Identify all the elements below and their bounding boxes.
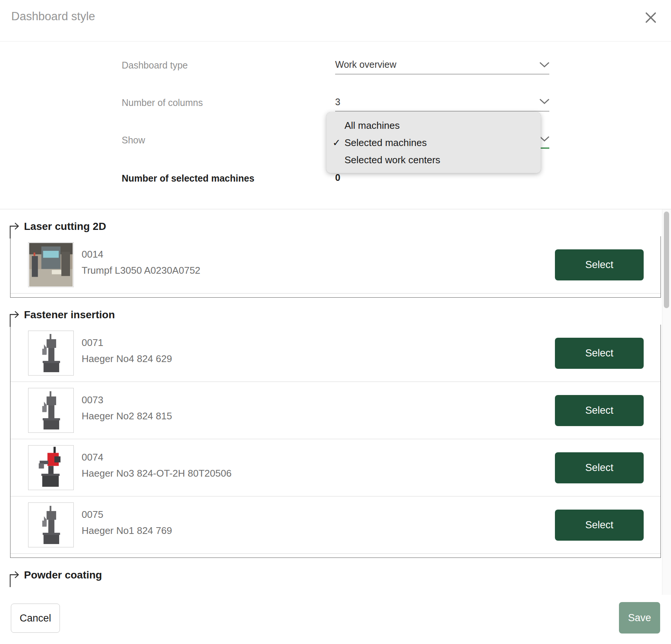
section-header: Fastener insertion bbox=[10, 308, 661, 325]
section-header: Laser cutting 2D bbox=[10, 220, 661, 236]
select-machine-button[interactable]: Select bbox=[555, 510, 644, 541]
section-box: 0071Haeger No4 824 629Select0073Haeger N… bbox=[10, 325, 661, 558]
checkmark-icon: ✓ bbox=[333, 134, 341, 151]
dashboard-type-label: Dashboard type bbox=[122, 60, 188, 71]
machine-name: Haeger No2 824 815 bbox=[82, 410, 172, 422]
machine-code: 0073 bbox=[82, 394, 103, 406]
select-machine-button[interactable]: Select bbox=[555, 452, 644, 483]
selected-machines-count-label: Number of selected machines bbox=[122, 173, 254, 184]
select-machine-button[interactable]: Select bbox=[555, 395, 644, 426]
number-of-columns-label: Number of columns bbox=[122, 97, 203, 108]
dropdown-option-label: Selected work centers bbox=[344, 154, 440, 165]
machine-photo bbox=[28, 242, 74, 287]
machine-row: 0071Haeger No4 824 629Select bbox=[10, 325, 661, 382]
section-header: Powder coating bbox=[10, 568, 661, 585]
select-machine-button[interactable]: Select bbox=[555, 338, 644, 369]
dropdown-option-label: All machines bbox=[344, 120, 400, 131]
machine-photo bbox=[28, 331, 74, 376]
machine-name: Haeger No4 824 629 bbox=[82, 353, 172, 365]
show-label: Show bbox=[122, 135, 145, 146]
dashboard-type-underline bbox=[335, 74, 549, 75]
machine-photo bbox=[28, 445, 74, 490]
scrollbar-track[interactable] bbox=[662, 209, 671, 595]
machine-row: 0014Trumpf L3050 A0230A0752Select bbox=[10, 236, 661, 294]
scrollbar-thumb[interactable] bbox=[664, 212, 669, 308]
machine-row: 0073Haeger No2 824 815Select bbox=[10, 382, 661, 439]
dashboard-type-select[interactable]: Work overview bbox=[335, 59, 396, 70]
machine-code: 0074 bbox=[82, 452, 103, 463]
machine-code: 0071 bbox=[82, 337, 103, 349]
section-title: Powder coating bbox=[24, 569, 102, 581]
section-arrow-icon bbox=[10, 570, 21, 587]
selected-machines-count-value: 0 bbox=[335, 172, 340, 183]
select-machine-button[interactable]: Select bbox=[555, 249, 644, 280]
section-title: Fastener insertion bbox=[24, 309, 115, 321]
dialog-title: Dashboard style bbox=[11, 10, 95, 23]
chevron-down-icon[interactable] bbox=[539, 98, 550, 104]
dialog-header: Dashboard style bbox=[0, 0, 671, 42]
show-dropdown-menu: All machines✓Selected machinesSelected w… bbox=[327, 112, 541, 173]
machine-photo bbox=[28, 502, 74, 547]
machine-list-container: Laser cutting 2D0014Trumpf L3050 A0230A0… bbox=[0, 209, 671, 596]
chevron-down-icon[interactable] bbox=[539, 62, 550, 68]
close-icon[interactable] bbox=[643, 10, 658, 25]
machine-code: 0075 bbox=[82, 509, 103, 520]
number-of-columns-select[interactable]: 3 bbox=[335, 97, 340, 107]
machine-name: Haeger No3 824-OT-2H 80T20506 bbox=[82, 468, 231, 479]
dropdown-option-label: Selected machines bbox=[344, 137, 427, 148]
section-box: 0014Trumpf L3050 A0230A0752Select bbox=[10, 236, 661, 298]
machine-row: 0075Haeger No1 824 769Select bbox=[10, 496, 661, 554]
section-title: Laser cutting 2D bbox=[24, 221, 106, 233]
machine-photo bbox=[28, 388, 74, 433]
number-of-columns-underline bbox=[335, 111, 549, 112]
machine-name: Trumpf L3050 A0230A0752 bbox=[82, 265, 200, 276]
save-button[interactable]: Save bbox=[619, 602, 660, 634]
dialog-footer: Cancel Save bbox=[0, 595, 671, 644]
cancel-button[interactable]: Cancel bbox=[11, 604, 60, 633]
dropdown-option[interactable]: Selected work centers bbox=[327, 151, 541, 168]
dropdown-option[interactable]: ✓Selected machines bbox=[327, 134, 541, 151]
machine-name: Haeger No1 824 769 bbox=[82, 525, 172, 537]
chevron-down-icon[interactable] bbox=[539, 136, 550, 142]
machine-row: 0074Haeger No3 824-OT-2H 80T20506Select bbox=[10, 439, 661, 496]
dropdown-option[interactable]: All machines bbox=[327, 117, 541, 134]
machine-code: 0014 bbox=[82, 249, 103, 260]
